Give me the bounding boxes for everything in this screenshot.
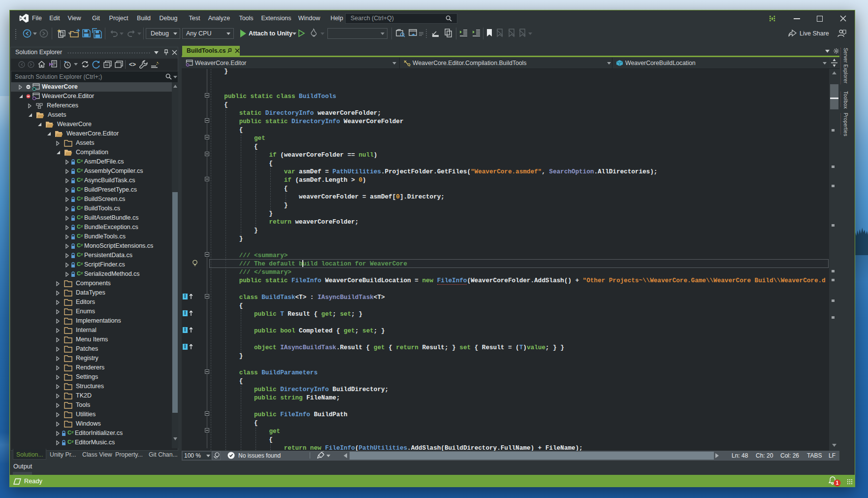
svg-text:1: 1 [836,480,839,486]
